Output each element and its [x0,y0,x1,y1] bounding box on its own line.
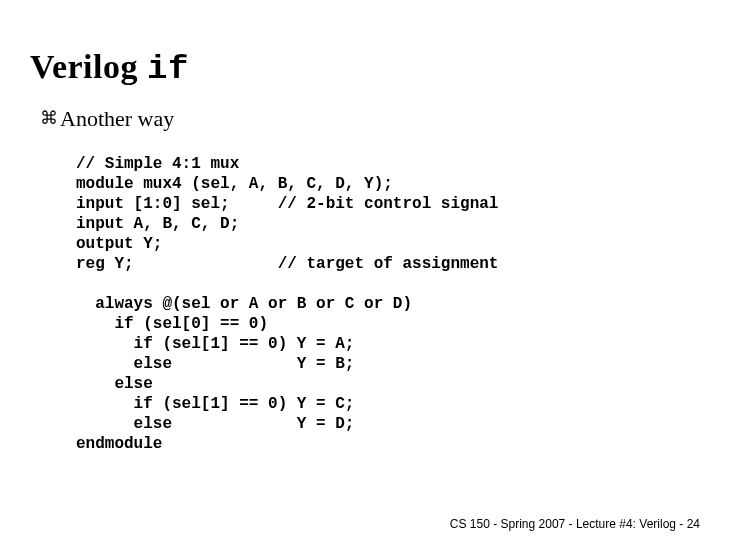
bullet-icon: ⌘ [38,107,60,129]
code-block: // Simple 4:1 mux module mux4 (sel, A, B… [76,154,700,454]
subtitle-row: ⌘Another way [38,106,700,132]
subtitle-text: Another way [60,106,174,131]
slide-footer: CS 150 - Spring 2007 - Lecture #4: Veril… [450,517,700,531]
slide-title: Verilog if [30,48,700,88]
slide: Verilog if ⌘Another way // Simple 4:1 mu… [0,0,730,547]
title-code: if [147,50,189,88]
title-text: Verilog [30,48,147,85]
